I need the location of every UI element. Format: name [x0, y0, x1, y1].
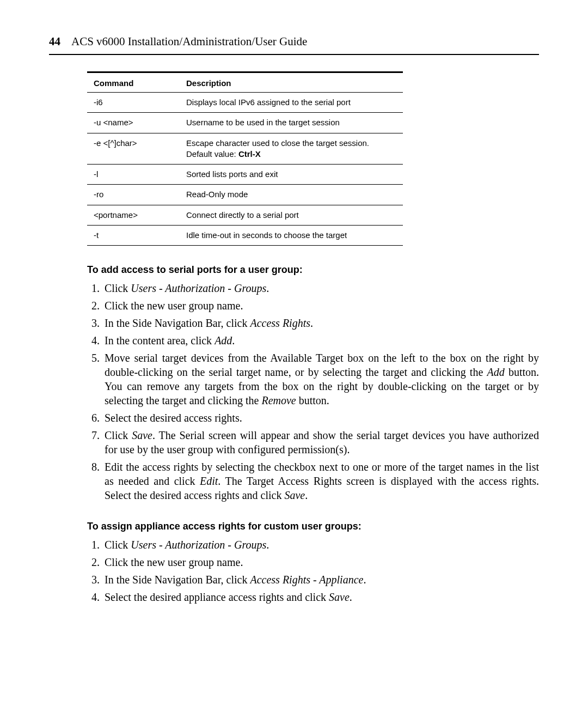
list-item: Click the new user group name. — [102, 299, 539, 313]
desc-cell: Idle time-out in seconds to choose the t… — [180, 225, 403, 245]
cmd-cell: -u <name> — [87, 113, 180, 133]
cmd-cell: -i6 — [87, 93, 180, 113]
header-rule — [49, 54, 539, 55]
list-item: In the Side Navigation Bar, click Access… — [102, 573, 539, 587]
desc-cell: Displays local IPv6 assigned to the seri… — [180, 93, 403, 113]
cmd-cell: <portname> — [87, 205, 180, 225]
doc-title: ACS v6000 Installation/Administration/Us… — [71, 35, 307, 48]
desc-cell: Read-Only mode — [180, 185, 403, 205]
desc-cell: Connect directly to a serial port — [180, 205, 403, 225]
cmd-cell: -e <[^]char> — [87, 133, 180, 165]
list-item: Move serial target devices from the Avai… — [102, 351, 539, 407]
col-description: Description — [180, 72, 403, 93]
list-item: Select the desired access rights. — [102, 411, 539, 425]
section-title-add-access: To add access to serial ports for a user… — [87, 264, 539, 276]
table-header-row: Command Description — [87, 72, 403, 93]
section-title-assign-rights: To assign appliance access rights for cu… — [87, 521, 539, 532]
list-item: Click the new user group name. — [102, 555, 539, 569]
page-number: 44 — [49, 35, 60, 48]
command-table: Command Description -i6 Displays local I… — [87, 71, 403, 246]
col-command: Command — [87, 72, 180, 93]
list-item: Click Save. The Serial screen will appea… — [102, 428, 539, 457]
table-row: <portname> Connect directly to a serial … — [87, 205, 403, 225]
cmd-cell: -t — [87, 225, 180, 245]
table-row: -i6 Displays local IPv6 assigned to the … — [87, 93, 403, 113]
cmd-cell: -l — [87, 165, 180, 185]
page: 44ACS v6000 Installation/Administration/… — [0, 0, 588, 651]
table-row: -l Sorted lists ports and exit — [87, 165, 403, 185]
list-item: In the Side Navigation Bar, click Access… — [102, 316, 539, 330]
list-item: Edit the access rights by selecting the … — [102, 460, 539, 502]
table-row: -t Idle time-out in seconds to choose th… — [87, 225, 403, 245]
list-item: Click Users - Authorization - Groups. — [102, 281, 539, 295]
cmd-cell: -ro — [87, 185, 180, 205]
desc-cell: Escape character used to close the targe… — [180, 133, 403, 165]
desc-cell: Sorted lists ports and exit — [180, 165, 403, 185]
steps-assign-rights: Click Users - Authorization - Groups. Cl… — [87, 538, 539, 604]
list-item: Click Users - Authorization - Groups. — [102, 538, 539, 552]
desc-cell: Username to be used in the target sessio… — [180, 113, 403, 133]
running-header: 44ACS v6000 Installation/Administration/… — [49, 35, 539, 48]
steps-add-access: Click Users - Authorization - Groups. Cl… — [87, 281, 539, 502]
table-row: -ro Read-Only mode — [87, 185, 403, 205]
table-row: -e <[^]char> Escape character used to cl… — [87, 133, 403, 165]
list-item: Select the desired appliance access righ… — [102, 590, 539, 604]
list-item: In the content area, click Add. — [102, 333, 539, 348]
table-row: -u <name> Username to be used in the tar… — [87, 113, 403, 133]
